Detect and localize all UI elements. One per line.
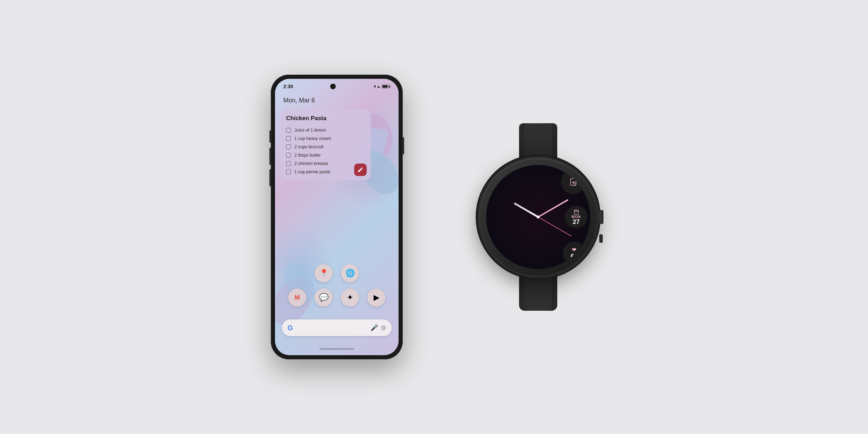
- pinwheel-app-icon[interactable]: ✦: [341, 289, 359, 307]
- mute-button: [269, 169, 271, 186]
- camera-notch: [330, 84, 336, 89]
- app-row-1: 📍 🌐: [275, 264, 399, 282]
- clipboard-add-icon: [569, 177, 578, 186]
- checkbox-6[interactable]: [286, 169, 291, 174]
- watch-mockup: MON 27 ❤ 68: [479, 123, 597, 311]
- home-indicator[interactable]: [319, 348, 354, 350]
- youtube-app-icon[interactable]: ▶: [367, 289, 385, 307]
- volume-up-button: [269, 130, 271, 143]
- date-label: Mon, Mar 6: [283, 97, 315, 104]
- edit-button[interactable]: [354, 164, 367, 176]
- ingredient-item-6: 1 cup penne pasta: [286, 168, 365, 176]
- ingredient-text-2: 1 cup heavy cream: [294, 136, 331, 141]
- watch-band-bottom: [519, 276, 557, 311]
- power-button: [403, 137, 404, 155]
- microphone-icon[interactable]: 🎤: [370, 324, 378, 332]
- checkbox-3[interactable]: [286, 144, 291, 149]
- maps-app-icon[interactable]: 📍: [315, 264, 333, 282]
- app-row-2: M 💬 ✦ ▶: [275, 289, 399, 307]
- status-icons: ▼▲: [373, 84, 390, 89]
- recipe-widget[interactable]: Chicken Pasta Juice of 1 lemon 1 cup hea…: [281, 109, 371, 180]
- status-bar: 2:30 ▼▲: [275, 79, 399, 94]
- checkbox-5[interactable]: [286, 161, 291, 166]
- minute-hand: [538, 199, 569, 217]
- heart-rate-complication[interactable]: ❤ 68: [563, 242, 585, 264]
- ingredient-item-3: 2 cups broccoli: [286, 143, 365, 151]
- svg-rect-6: [574, 210, 578, 214]
- tasks-complication[interactable]: [561, 170, 585, 194]
- ingredient-item-4: 2 tbsps butter: [286, 151, 365, 159]
- watch-band-top: [519, 123, 557, 158]
- battery-icon: [382, 85, 390, 88]
- phone-screen: 2:30 ▼▲ Mon, Mar 6 Chicken Pasta: [275, 79, 399, 355]
- phone-mockup: 2:30 ▼▲ Mon, Mar 6 Chicken Pasta: [271, 75, 403, 359]
- lens-icon[interactable]: ⊙: [381, 324, 386, 332]
- hour-hand: [514, 202, 539, 218]
- ingredient-text-5: 2 chicken breasts: [294, 161, 328, 166]
- calendar-date-number: 27: [573, 219, 579, 225]
- volume-down-button: [269, 148, 271, 165]
- watch-side-button[interactable]: [599, 234, 603, 243]
- checkbox-2[interactable]: [286, 136, 291, 141]
- gmail-app-icon[interactable]: M: [288, 289, 306, 307]
- checkbox-4[interactable]: [286, 153, 291, 158]
- calendar-icon: [574, 209, 579, 215]
- ingredient-text-1: Juice of 1 lemon: [294, 128, 326, 133]
- google-g-logo: G: [287, 324, 293, 332]
- ingredient-text-4: 2 tbsps butter: [294, 153, 321, 158]
- ingredient-text-3: 2 cups broccoli: [294, 144, 323, 149]
- wifi-icon: ▼▲: [373, 84, 381, 89]
- main-scene: 2:30 ▼▲ Mon, Mar 6 Chicken Pasta: [0, 0, 868, 434]
- watch-body: MON 27 ❤ 68: [479, 158, 597, 276]
- widget-title: Chicken Pasta: [286, 115, 365, 122]
- clock-center-dot: [537, 216, 540, 218]
- heart-icon: ❤: [572, 247, 576, 253]
- ingredient-item-1: Juice of 1 lemon: [286, 126, 365, 134]
- bpm-value: 68: [570, 253, 577, 259]
- ingredient-text-6: 1 cup penne pasta: [294, 169, 330, 174]
- watch-face: MON 27 ❤ 68: [486, 165, 590, 269]
- chrome-app-icon[interactable]: 🌐: [341, 264, 359, 282]
- status-time: 2:30: [283, 84, 293, 89]
- watch-crown[interactable]: [599, 210, 603, 224]
- phone-body: 2:30 ▼▲ Mon, Mar 6 Chicken Pasta: [271, 75, 403, 359]
- google-search-bar[interactable]: G 🎤 ⊙: [282, 319, 392, 336]
- ingredient-item-5: 2 chicken breasts: [286, 159, 365, 168]
- calendar-complication[interactable]: MON 27: [565, 206, 587, 228]
- edit-icon: [357, 167, 364, 173]
- messages-app-icon[interactable]: 💬: [315, 289, 333, 307]
- checkbox-1[interactable]: [286, 128, 291, 133]
- ingredient-item-2: 1 cup heavy cream: [286, 134, 365, 143]
